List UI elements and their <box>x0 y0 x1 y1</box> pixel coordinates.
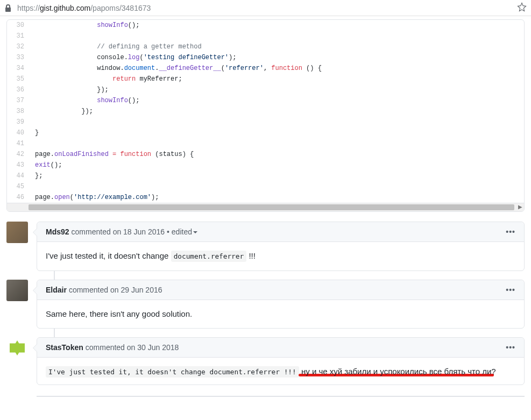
code-content <box>30 181 524 192</box>
browser-url-bar: https://gist.github.com/papoms/3481673 <box>0 0 531 16</box>
code-content: window.document.__defineGetter__('referr… <box>30 63 524 74</box>
comment-row: Eldair commented on 29 Jun 2016 ••• Same… <box>6 280 525 329</box>
line-number[interactable]: 40 <box>7 127 30 138</box>
code-line: 36 }); <box>7 84 524 95</box>
code-content: }; <box>30 170 524 181</box>
code-line: 30 showInfo(); <box>7 20 524 31</box>
comment-box: Eldair commented on 29 Jun 2016 ••• Same… <box>37 280 525 329</box>
code-table: 30 showInfo();3132 // defining a getter … <box>7 20 524 203</box>
horizontal-scrollbar[interactable] <box>7 203 524 211</box>
line-number[interactable]: 34 <box>7 63 30 74</box>
lock-icon <box>4 3 12 13</box>
code-file-block: 30 showInfo();3132 // defining a getter … <box>6 19 525 212</box>
comment-author-link[interactable]: StasToken <box>46 343 83 352</box>
code-content: } <box>30 127 524 138</box>
code-line: 45 <box>7 181 524 192</box>
comment-row: Mds92 commented on 18 Jun 2016 • edited … <box>6 222 525 271</box>
comment-text: ну и че хуй забили и успокоились все бля… <box>299 367 496 376</box>
code-line: 38 }); <box>7 106 524 117</box>
comment-author-link[interactable]: Mds92 <box>46 227 69 236</box>
avatar[interactable] <box>6 222 28 243</box>
comments-section: Mds92 commented on 18 Jun 2016 • edited … <box>6 222 525 385</box>
line-number[interactable]: 37 <box>7 95 30 106</box>
code-content: }); <box>30 106 524 117</box>
kebab-menu-icon[interactable]: ••• <box>506 343 515 352</box>
line-number[interactable]: 31 <box>7 31 30 41</box>
line-number[interactable]: 30 <box>7 20 30 31</box>
code-line: 34 window.document.__defineGetter__('ref… <box>7 63 524 74</box>
comment-author-link[interactable]: Eldair <box>46 286 67 294</box>
code-line: 40} <box>7 127 524 138</box>
comment-text: !!! <box>246 251 256 260</box>
code-content: }); <box>30 84 524 95</box>
comment-box: Mds92 commented on 18 Jun 2016 • edited … <box>37 222 525 271</box>
line-number[interactable]: 39 <box>7 117 30 127</box>
code-content: page.open('http://example.com'); <box>30 192 524 203</box>
comment-meta: commented on 18 Jun 2016 • edited <box>72 227 197 236</box>
line-number[interactable]: 46 <box>7 192 30 203</box>
code-line: 32 // defining a getter method <box>7 41 524 52</box>
comment-header: Eldair commented on 29 Jun 2016 ••• <box>37 280 524 300</box>
line-number[interactable]: 43 <box>7 160 30 170</box>
code-content: // defining a getter method <box>30 41 524 52</box>
code-line: 35 return myReferrer; <box>7 74 524 84</box>
code-content: showInfo(); <box>30 95 524 106</box>
code-content <box>30 117 524 127</box>
line-number[interactable]: 41 <box>7 138 30 149</box>
code-line: 41 <box>7 138 524 149</box>
code-content: showInfo(); <box>30 20 524 31</box>
timeline-connector <box>37 329 525 337</box>
timeline-connector <box>37 271 525 280</box>
code-content: page.onLoadFinished = function (status) … <box>30 149 524 160</box>
code-content: exit(); <box>30 160 524 170</box>
kebab-menu-icon[interactable]: ••• <box>506 286 515 294</box>
kebab-menu-icon[interactable]: ••• <box>506 227 515 236</box>
comment-text: Same here, there isn't any good solution… <box>46 309 192 318</box>
comment-text: I've just tested it, it doesn't change <box>46 251 171 260</box>
line-number[interactable]: 35 <box>7 74 30 84</box>
code-content: console.log('testing defineGetter'); <box>30 52 524 63</box>
comment-body: I've just tested it, it doesn't change d… <box>37 358 524 385</box>
comment-header: Mds92 commented on 18 Jun 2016 • edited … <box>37 222 524 242</box>
code-line: 46page.open('http://example.com'); <box>7 192 524 203</box>
line-number[interactable]: 42 <box>7 149 30 160</box>
line-number[interactable]: 32 <box>7 41 30 52</box>
comment-meta: commented on 30 Jun 2018 <box>86 343 179 352</box>
code-line: 39 <box>7 117 524 127</box>
chevron-down-icon[interactable] <box>193 231 197 233</box>
line-number[interactable]: 45 <box>7 181 30 192</box>
line-number[interactable]: 44 <box>7 170 30 181</box>
code-line: 42page.onLoadFinished = function (status… <box>7 149 524 160</box>
code-line: 44}; <box>7 170 524 181</box>
comment-body: Same here, there isn't any good solution… <box>37 300 524 329</box>
line-number[interactable]: 36 <box>7 84 30 95</box>
line-number[interactable]: 33 <box>7 52 30 63</box>
url-text[interactable]: https://gist.github.com/papoms/3481673 <box>17 4 517 12</box>
code-content <box>30 31 524 41</box>
comment-body: I've just tested it, it doesn't change d… <box>37 242 524 270</box>
code-line: 43exit(); <box>7 160 524 170</box>
inline-code: document.referrer <box>171 251 247 261</box>
code-line: 33 console.log('testing defineGetter'); <box>7 52 524 63</box>
comment-header: StasToken commented on 30 Jun 2018 ••• <box>37 338 524 358</box>
line-number[interactable]: 38 <box>7 106 30 117</box>
horizontal-rule <box>37 396 525 397</box>
bookmark-star-icon[interactable] <box>517 2 527 13</box>
code-line: 31 <box>7 31 524 41</box>
comment-box: StasToken commented on 30 Jun 2018 ••• I… <box>37 337 525 385</box>
inline-code: I've just tested it, it doesn't change d… <box>46 366 299 377</box>
avatar[interactable] <box>6 280 28 301</box>
comment-meta: commented on 29 Jun 2016 <box>69 286 162 294</box>
code-line: 37 showInfo(); <box>7 95 524 106</box>
code-content: return myReferrer; <box>30 74 524 84</box>
avatar[interactable] <box>6 337 28 359</box>
comment-row: StasToken commented on 30 Jun 2018 ••• I… <box>6 337 525 385</box>
code-content <box>30 138 524 149</box>
